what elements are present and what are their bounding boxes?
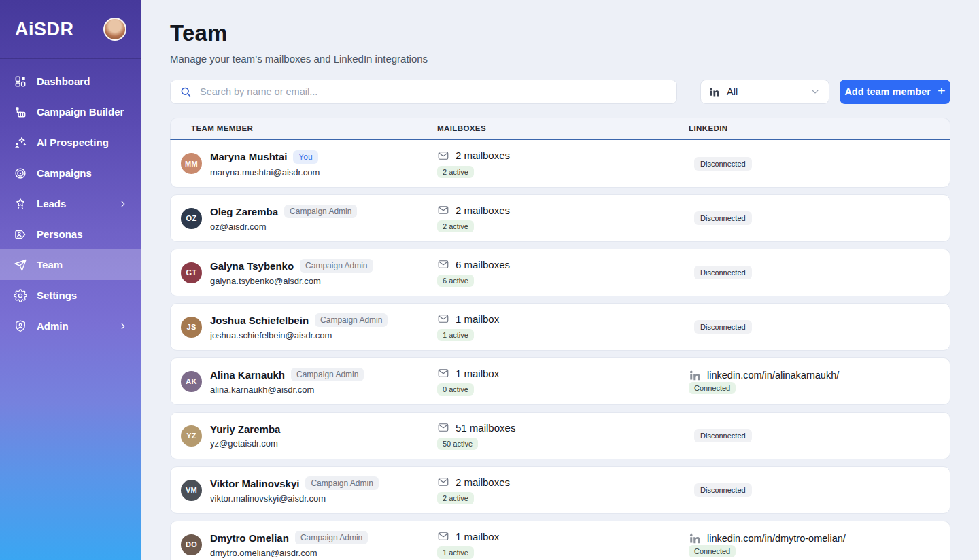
member-email: joshua.schiefelbein@aisdr.com	[210, 330, 388, 340]
linkedin-status-badge: Disconnected	[694, 211, 752, 225]
linkedin-url[interactable]: linkedin.com/in/dmytro-omelian/	[707, 533, 846, 544]
mailbox-count: 2 mailboxes	[456, 205, 510, 216]
admin-icon	[14, 319, 27, 333]
chevron-right-icon	[118, 199, 128, 209]
team-table: TEAM MEMBER MAILBOXES LINKEDIN MM Maryna…	[170, 118, 950, 560]
user-avatar[interactable]	[103, 18, 126, 41]
role-badge: Campaign Admin	[300, 259, 373, 273]
toolbar: All Add team member +	[170, 80, 950, 104]
member-email: yz@getaisdr.com	[210, 438, 280, 449]
sidebar-item-team[interactable]: Team	[0, 249, 141, 280]
sidebar-nav: Dashboard Campaign Builder AI Prospectin…	[0, 59, 141, 341]
sidebar-item-personas[interactable]: Personas	[0, 219, 141, 249]
mailbox-count: 1 mailbox	[456, 313, 499, 325]
column-header-team-member: TEAM MEMBER	[171, 124, 437, 133]
team-member-row[interactable]: OZ Oleg Zaremba Campaign Admin oz@aisdr.…	[170, 194, 950, 242]
mailbox-count: 1 mailbox	[456, 531, 499, 542]
column-header-linkedin: LINKEDIN	[689, 124, 950, 133]
page-subtitle: Manage your team’s mailboxes and LinkedI…	[170, 53, 950, 65]
sidebar-item-label: Admin	[37, 320, 69, 332]
plus-icon: +	[938, 84, 946, 98]
team-member-row[interactable]: MM Maryna Mushtai You maryna.mushtai@ais…	[170, 140, 950, 188]
member-email: dmytro.omelian@aisdr.com	[210, 548, 368, 558]
team-member-row[interactable]: JS Joshua Schiefelbein Campaign Admin jo…	[170, 303, 950, 351]
linkedin-status-badge: Disconnected	[694, 483, 752, 497]
role-badge: Campaign Admin	[284, 205, 357, 218]
mailbox-icon	[437, 258, 449, 270]
member-email: oz@aisdr.com	[210, 222, 357, 232]
page-title: Team	[170, 20, 950, 46]
sidebar-item-settings[interactable]: Settings	[0, 280, 141, 311]
member-email: maryna.mushtai@aisdr.com	[210, 167, 320, 177]
member-email: viktor.malinovskyi@aisdr.com	[210, 493, 379, 504]
filter-value: All	[727, 86, 738, 97]
active-count-badge: 1 active	[437, 546, 474, 559]
active-count-badge: 2 active	[437, 220, 474, 232]
chevron-down-icon	[810, 86, 821, 97]
sidebar-item-campaign-builder[interactable]: Campaign Builder	[0, 97, 141, 127]
avatar: OZ	[181, 208, 202, 229]
search-input[interactable]	[199, 86, 668, 98]
team-member-row[interactable]: YZ Yuriy Zaremba yz@getaisdr.com 51 mail…	[170, 412, 950, 459]
sidebar-item-label: Leads	[37, 198, 66, 209]
linkedin-icon	[689, 532, 701, 544]
mailbox-count: 6 mailboxes	[456, 259, 510, 270]
campaigns-icon	[14, 167, 27, 180]
sidebar-item-dashboard[interactable]: Dashboard	[0, 66, 141, 97]
linkedin-icon	[689, 369, 701, 381]
dashboard-icon	[14, 75, 27, 88]
team-member-row[interactable]: DO Dmytro Omelian Campaign Admin dmytro.…	[170, 521, 950, 560]
sidebar-item-label: Campaign Builder	[37, 106, 124, 118]
settings-icon	[14, 289, 27, 302]
mailbox-icon	[437, 313, 449, 325]
leads-icon	[14, 197, 27, 211]
mailbox-count: 51 mailboxes	[456, 422, 515, 434]
linkedin-filter-dropdown[interactable]: All	[700, 80, 829, 104]
avatar: DO	[181, 534, 202, 555]
add-team-member-button[interactable]: Add team member +	[840, 80, 950, 104]
team-member-row[interactable]: VM Viktor Malinovskyi Campaign Admin vik…	[170, 466, 950, 514]
team-member-row[interactable]: GT Galyna Tsybenko Campaign Admin galyna…	[170, 249, 950, 296]
member-name: Joshua Schiefelbein	[210, 315, 309, 326]
chevron-right-icon	[118, 321, 128, 331]
member-name: Oleg Zaremba	[210, 206, 278, 217]
avatar: YZ	[181, 425, 202, 447]
avatar: MM	[181, 153, 202, 174]
sidebar-item-ai-prospecting[interactable]: AI Prospecting	[0, 127, 141, 158]
table-header: TEAM MEMBER MAILBOXES LINKEDIN	[170, 118, 950, 140]
member-name: Galyna Tsybenko	[210, 260, 294, 272]
member-email: alina.karnaukh@aisdr.com	[210, 385, 364, 395]
member-name: Dmytro Omelian	[210, 532, 289, 544]
mailbox-icon	[437, 476, 449, 488]
mailbox-count: 2 mailboxes	[456, 150, 510, 161]
team-member-row[interactable]: AK Alina Karnaukh Campaign Admin alina.k…	[170, 357, 950, 405]
linkedin-url[interactable]: linkedin.com/in/alinakarnaukh/	[707, 370, 839, 381]
active-count-badge: 1 active	[437, 329, 474, 341]
active-count-badge: 2 active	[437, 166, 474, 178]
active-count-badge: 50 active	[437, 438, 478, 450]
member-name: Alina Karnaukh	[210, 369, 285, 381]
avatar: VM	[181, 480, 202, 501]
search-icon	[179, 86, 192, 98]
linkedin-status-badge: Connected	[689, 545, 736, 557]
role-badge: Campaign Admin	[315, 313, 388, 327]
mailbox-icon	[437, 367, 449, 379]
active-count-badge: 6 active	[437, 275, 474, 287]
sidebar-item-admin[interactable]: Admin	[0, 311, 141, 341]
linkedin-status-badge: Disconnected	[694, 320, 752, 334]
sidebar-item-leads[interactable]: Leads	[0, 188, 141, 219]
sidebar-item-label: Settings	[37, 290, 77, 301]
active-count-badge: 0 active	[437, 383, 474, 396]
role-badge: Campaign Admin	[291, 368, 364, 381]
linkedin-icon	[709, 86, 720, 97]
linkedin-status-badge: Disconnected	[694, 157, 752, 171]
role-badge: You	[293, 150, 317, 164]
sidebar-item-campaigns[interactable]: Campaigns	[0, 158, 141, 188]
personas-icon	[14, 228, 27, 241]
member-email: galyna.tsybenko@aisdr.com	[210, 276, 373, 286]
role-badge: Campaign Admin	[295, 531, 368, 544]
column-header-mailboxes: MAILBOXES	[437, 124, 689, 133]
mailbox-icon	[437, 150, 449, 162]
team-icon	[14, 258, 27, 272]
role-badge: Campaign Admin	[305, 476, 378, 490]
